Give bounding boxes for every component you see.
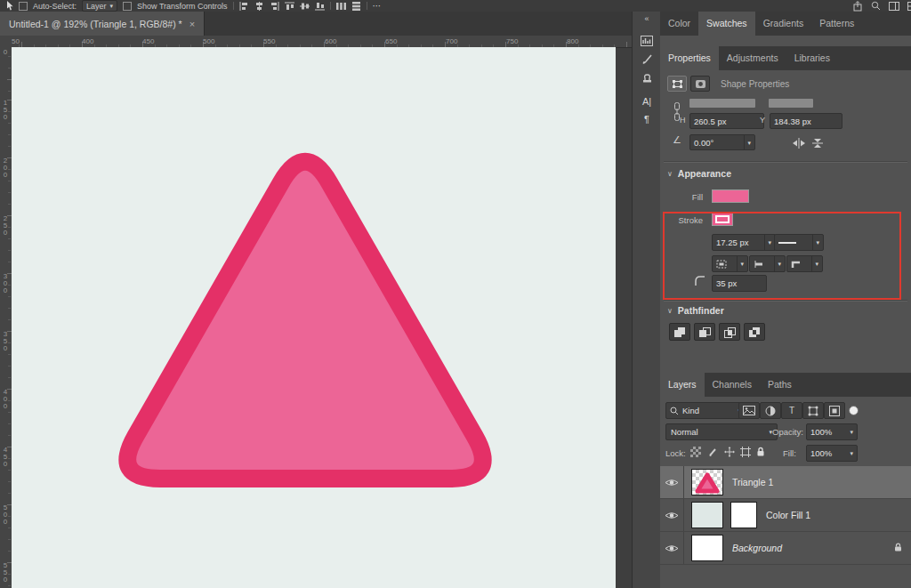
- shape-properties-icon[interactable]: [667, 76, 687, 92]
- tab-adjustments[interactable]: Adjustments: [719, 46, 786, 70]
- filter-pixel-layers-button[interactable]: [738, 402, 760, 419]
- filter-type-layers-button[interactable]: T: [781, 402, 802, 419]
- tab-libraries[interactable]: Libraries: [786, 46, 838, 70]
- clone-source-panel-icon[interactable]: [641, 72, 653, 84]
- chevron-down-icon: ∨: [667, 307, 673, 315]
- pathfinder-exclude-button[interactable]: [744, 323, 765, 341]
- swatches-panel-group-header: Color Swatches Gradients Patterns: [660, 12, 911, 36]
- triangle-shape[interactable]: [127, 162, 482, 479]
- canvas[interactable]: [12, 47, 616, 588]
- align-center-horizontal-icon[interactable]: [254, 2, 264, 11]
- histogram-panel-icon[interactable]: [641, 36, 653, 46]
- align-bottom-icon[interactable]: [315, 2, 325, 11]
- align-top-icon[interactable]: [285, 2, 294, 11]
- appearance-section-header[interactable]: ∨ Appearance: [667, 168, 731, 179]
- ruler-label: 1 5 0: [0, 100, 11, 121]
- layer-name[interactable]: Triangle 1: [732, 477, 773, 487]
- layer-thumbnail[interactable]: [691, 469, 723, 495]
- layer-row-colorfill[interactable]: Color Fill 1: [660, 499, 911, 532]
- opacity-dropdown[interactable]: 100% ▾: [806, 423, 858, 440]
- layer-filter-kind-dropdown[interactable]: Kind ▾: [665, 402, 746, 419]
- ruler-label: 4 5 0: [0, 447, 11, 468]
- lock-artboard-icon[interactable]: [740, 447, 751, 457]
- filter-adjustment-layers-button[interactable]: [760, 402, 781, 419]
- ruler-label: 0: [0, 49, 11, 56]
- stroke-color-swatch[interactable]: [712, 213, 733, 226]
- x-position-field[interactable]: [769, 99, 813, 108]
- layer-name[interactable]: Background: [732, 543, 782, 553]
- lock-paint-icon[interactable]: [708, 447, 719, 457]
- close-tab-icon[interactable]: ×: [189, 19, 195, 29]
- ruler-label: 5 0 0: [0, 504, 11, 526]
- stroke-caps-dropdown[interactable]: ▾: [749, 255, 786, 272]
- tab-layers[interactable]: Layers: [660, 373, 705, 397]
- grid-icon[interactable]: [907, 2, 911, 11]
- ruler-origin-corner[interactable]: [0, 36, 12, 48]
- horizontal-ruler[interactable]: 50400450500550600650700750800: [12, 36, 632, 48]
- character-panel-icon[interactable]: A|: [642, 96, 651, 107]
- lock-all-icon[interactable]: [756, 447, 765, 457]
- lock-position-icon[interactable]: [724, 447, 735, 457]
- visibility-toggle[interactable]: [660, 499, 684, 531]
- share-icon[interactable]: [852, 1, 863, 12]
- fill-opacity-dropdown[interactable]: 100% ▾: [806, 445, 858, 462]
- layer-mask-thumbnail[interactable]: [730, 502, 757, 528]
- document-tab[interactable]: Untitled-1 @ 192% (Triangle 1, RGB/8#) *…: [0, 12, 205, 36]
- layer-filtering-toggle[interactable]: [849, 406, 859, 415]
- lock-transparency-icon[interactable]: [690, 447, 701, 457]
- tab-properties[interactable]: Properties: [660, 46, 719, 70]
- layer-thumbnail[interactable]: [691, 535, 723, 561]
- brush-settings-panel-icon[interactable]: [641, 53, 653, 65]
- flip-horizontal-icon[interactable]: [792, 136, 806, 152]
- layer-row-background[interactable]: Background: [660, 532, 911, 565]
- align-middle-icon[interactable]: [300, 2, 310, 11]
- align-right-icon[interactable]: [270, 2, 279, 11]
- layer-name[interactable]: Color Fill 1: [766, 510, 810, 520]
- tab-swatches[interactable]: Swatches: [698, 12, 755, 36]
- auto-select-checkbox[interactable]: [19, 2, 28, 11]
- tab-color[interactable]: Color: [660, 12, 698, 36]
- search-icon[interactable]: [871, 1, 881, 11]
- mask-properties-icon[interactable]: [690, 76, 710, 92]
- flip-vertical-icon[interactable]: [811, 136, 824, 152]
- distribute-vertical-icon[interactable]: [351, 2, 361, 11]
- stroke-corners-dropdown[interactable]: ▾: [786, 255, 823, 272]
- chevron-down-icon: ▾: [764, 235, 771, 250]
- height-field[interactable]: 260.5 px: [689, 113, 764, 129]
- filter-shape-layers-button[interactable]: [802, 402, 824, 419]
- expand-panels-icon[interactable]: «: [644, 14, 649, 23]
- blend-mode-dropdown[interactable]: Normal ▾: [665, 423, 778, 440]
- auto-select-target-dropdown[interactable]: Layer ▾: [82, 0, 117, 12]
- stroke-align-dropdown[interactable]: ▾: [712, 255, 748, 272]
- distribute-horizontal-icon[interactable]: [336, 2, 346, 11]
- layer-thumbnail[interactable]: [691, 502, 723, 528]
- pathfinder-intersect-button[interactable]: [719, 323, 740, 341]
- corner-radius-field[interactable]: 35 px: [712, 275, 767, 292]
- rotation-field[interactable]: 0.00° ▾: [689, 134, 755, 150]
- pathfinder-section-header[interactable]: ∨ Pathfinder: [667, 305, 724, 316]
- workspace-icon[interactable]: [889, 2, 899, 11]
- stroke-type-dropdown[interactable]: ▾: [774, 234, 824, 251]
- tab-patterns[interactable]: Patterns: [811, 12, 862, 36]
- pathfinder-unite-button[interactable]: [669, 323, 690, 341]
- paragraph-panel-icon[interactable]: ¶: [644, 114, 649, 125]
- tab-channels[interactable]: Channels: [705, 373, 760, 397]
- align-left-icon[interactable]: [239, 2, 249, 11]
- visibility-toggle[interactable]: [660, 466, 684, 498]
- ruler-label: 3 5 0: [0, 331, 11, 352]
- fill-color-swatch[interactable]: [712, 189, 749, 203]
- pathfinder-subtract-button[interactable]: [694, 323, 715, 341]
- filter-smart-objects-button[interactable]: [824, 402, 845, 419]
- tab-gradients[interactable]: Gradients: [755, 12, 812, 36]
- y-position-field[interactable]: 184.38 px: [770, 113, 842, 129]
- visibility-toggle[interactable]: [660, 532, 684, 564]
- properties-section-title: Shape Properties: [721, 79, 789, 89]
- tab-paths[interactable]: Paths: [760, 373, 800, 397]
- layer-row-triangle[interactable]: Triangle 1: [660, 466, 911, 499]
- more-options-icon[interactable]: ⋯: [373, 1, 382, 11]
- options-bar: Auto-Select: Layer ▾ Show Transform Cont…: [0, 0, 911, 12]
- vertical-ruler[interactable]: 01 5 02 0 02 5 03 0 03 5 04 0 04 5 05 0 …: [0, 47, 12, 588]
- width-field[interactable]: [689, 99, 755, 108]
- stroke-width-field[interactable]: 17.25 px ▾: [712, 234, 776, 251]
- show-transform-controls-checkbox[interactable]: [123, 2, 132, 11]
